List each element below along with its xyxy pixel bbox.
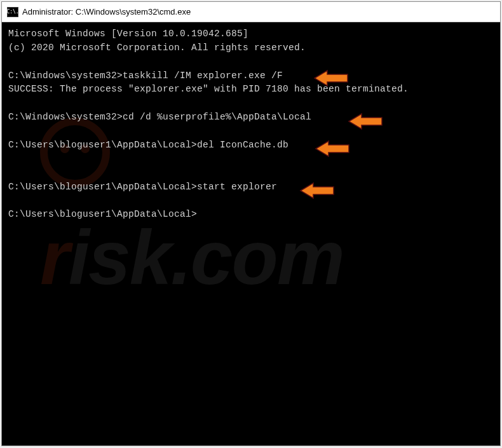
command: cd /d %userprofile%\AppData\Local — [123, 112, 311, 122]
terminal-line: C:\Windows\system32>cd /d %userprofile%\… — [8, 111, 494, 125]
arrow-annotation-icon — [348, 111, 383, 132]
command: del IconCache.db — [197, 140, 288, 150]
arrow-annotation-icon — [315, 139, 350, 159]
terminal-blank — [8, 55, 494, 69]
arrow-annotation-icon — [299, 180, 335, 201]
terminal-line: C:\Users\bloguser1\AppData\Local> — [8, 208, 494, 222]
prompt: C:\Users\bloguser1\AppData\Local> — [8, 182, 197, 192]
terminal-line: (c) 2020 Microsoft Corporation. All righ… — [8, 41, 494, 55]
command: start explorer — [197, 182, 277, 192]
terminal-line: SUCCESS: The process "explorer.exe" with… — [8, 83, 494, 97]
terminal-line: C:\Windows\system32>taskkill /IM explore… — [8, 69, 494, 83]
command: taskkill /IM explorer.exe /F — [123, 71, 283, 81]
prompt: C:\Users\bloguser1\AppData\Local> — [8, 209, 197, 219]
terminal-blank — [8, 194, 494, 208]
arrow-annotation-icon — [313, 68, 349, 88]
terminal-body[interactable]: risk.com Microsoft Windows [Version 10.0… — [2, 22, 500, 445]
prompt: C:\Windows\system32> — [8, 71, 123, 81]
cmd-icon: C:\. — [7, 7, 18, 17]
terminal-blank — [8, 153, 494, 166]
terminal-blank — [8, 97, 494, 111]
cmd-icon-label: C:\. — [6, 10, 18, 15]
cmd-window: C:\. Administrator: C:\Windows\system32\… — [1, 1, 501, 446]
titlebar[interactable]: C:\. Administrator: C:\Windows\system32\… — [2, 2, 500, 22]
window-title: Administrator: C:\Windows\system32\cmd.e… — [22, 7, 191, 17]
terminal-line: C:\Users\bloguser1\AppData\Local>del Ico… — [8, 139, 494, 153]
prompt: C:\Users\bloguser1\AppData\Local> — [8, 140, 197, 150]
prompt: C:\Windows\system32> — [8, 112, 123, 122]
terminal-line: C:\Users\bloguser1\AppData\Local>start e… — [8, 180, 494, 194]
terminal-line: Microsoft Windows [Version 10.0.19042.68… — [8, 27, 494, 41]
terminal-blank — [8, 125, 494, 139]
terminal-blank — [8, 166, 494, 180]
